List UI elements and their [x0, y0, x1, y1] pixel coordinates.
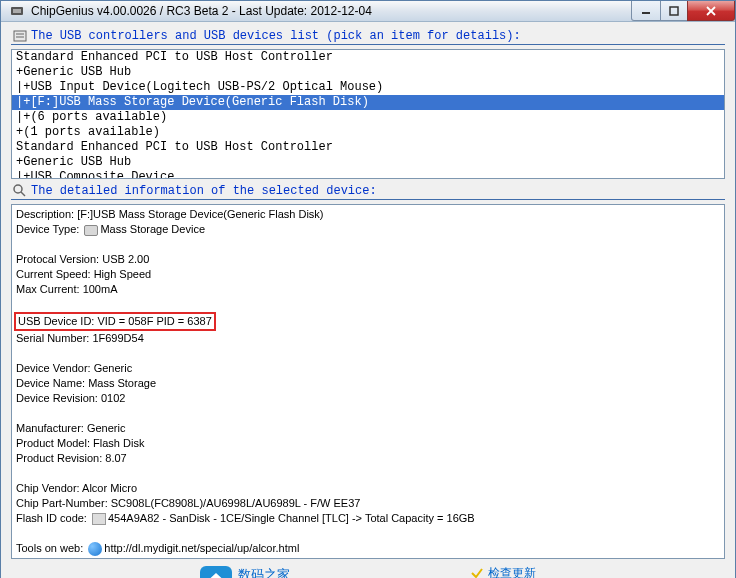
detail-chippart: Chip Part-Number: SC908L(FC8908L)/AU6998… — [16, 496, 720, 511]
window: ChipGenius v4.00.0026 / RC3 Beta 2 - Las… — [0, 0, 736, 578]
detail-protocol: Protocal Version: USB 2.00 — [16, 252, 720, 267]
titlebar[interactable]: ChipGenius v4.00.0026 / RC3 Beta 2 - Las… — [1, 1, 735, 22]
device-id-highlight: USB Device ID: VID = 058F PID = 6387 — [14, 312, 216, 331]
list-item[interactable]: |+USB Composite Device — [12, 170, 724, 179]
footer: 数码之家 mYdigit.cn 检查更新 作者邮箱 — [11, 563, 725, 578]
detail-speed: Current Speed: High Speed — [16, 267, 720, 282]
svg-point-9 — [14, 185, 22, 193]
detail-vendor: Device Vendor: Generic — [16, 361, 720, 376]
list-item[interactable]: |+[F:]USB Mass Storage Device(Generic Fl… — [12, 95, 724, 110]
svg-line-10 — [21, 192, 25, 196]
window-title: ChipGenius v4.00.0026 / RC3 Beta 2 - Las… — [31, 4, 631, 18]
footer-brand[interactable]: 数码之家 mYdigit.cn — [200, 566, 290, 578]
list-item[interactable]: +Generic USB Hub — [12, 65, 724, 80]
detail-deviceid-row: USB Device ID: VID = 058F PID = 6387 — [16, 312, 720, 331]
svg-rect-2 — [642, 12, 650, 14]
app-icon — [9, 3, 25, 19]
detail-description: Description: [F:]USB Mass Storage Device… — [16, 207, 720, 222]
svg-rect-3 — [670, 7, 678, 15]
list-item[interactable]: +(1 ports available) — [12, 125, 724, 140]
detail-manufacturer: Manufacturer: Generic — [16, 421, 720, 436]
list-header-text: The USB controllers and USB devices list… — [31, 29, 521, 43]
detail-model: Product Model: Flash Disk — [16, 436, 720, 451]
footer-links: 检查更新 作者邮箱 — [470, 565, 536, 578]
close-button[interactable] — [687, 1, 735, 21]
device-list[interactable]: Standard Enhanced PCI to USB Host Contro… — [11, 49, 725, 179]
detail-header: The detailed information of the selected… — [11, 183, 725, 200]
globe-icon — [88, 542, 102, 556]
list-item[interactable]: Standard Enhanced PCI to USB Host Contro… — [12, 140, 724, 155]
mass-storage-icon — [84, 225, 98, 236]
flash-icon — [92, 513, 106, 525]
detail-revision: Device Revision: 0102 — [16, 391, 720, 406]
list-item[interactable]: |+USB Input Device(Logitech USB-PS/2 Opt… — [12, 80, 724, 95]
detail-tools: Tools on web: http://dl.mydigit.net/spec… — [16, 541, 720, 556]
check-icon — [470, 566, 484, 578]
list-icon — [13, 29, 27, 43]
detail-devname: Device Name: Mass Storage — [16, 376, 720, 391]
detail-prodrev: Product Revision: 8.07 — [16, 451, 720, 466]
svg-rect-1 — [13, 9, 21, 13]
detail-devtype: Device Type: Mass Storage Device — [16, 222, 720, 237]
detail-icon — [13, 184, 27, 198]
check-update-link[interactable]: 检查更新 — [470, 565, 536, 578]
svg-rect-6 — [14, 31, 26, 41]
list-header: The USB controllers and USB devices list… — [11, 28, 725, 45]
detail-chipvendor: Chip Vendor: Alcor Micro — [16, 481, 720, 496]
detail-maxcurrent: Max Current: 100mA — [16, 282, 720, 297]
detail-header-text: The detailed information of the selected… — [31, 184, 377, 198]
window-controls — [631, 1, 735, 21]
brand-logo — [200, 566, 232, 578]
detail-box[interactable]: Description: [F:]USB Mass Storage Device… — [11, 204, 725, 559]
minimize-button[interactable] — [631, 1, 661, 21]
list-item[interactable]: +Generic USB Hub — [12, 155, 724, 170]
brand-cn: 数码之家 — [238, 568, 290, 578]
detail-flashid: Flash ID code: 454A9A82 - SanDisk - 1CE/… — [16, 511, 720, 526]
list-item[interactable]: |+(6 ports available) — [12, 110, 724, 125]
content-area: The USB controllers and USB devices list… — [1, 22, 735, 578]
list-item[interactable]: Standard Enhanced PCI to USB Host Contro… — [12, 50, 724, 65]
brand-text: 数码之家 mYdigit.cn — [238, 568, 290, 578]
detail-serial: Serial Number: 1F699D54 — [16, 331, 720, 346]
maximize-button[interactable] — [660, 1, 688, 21]
